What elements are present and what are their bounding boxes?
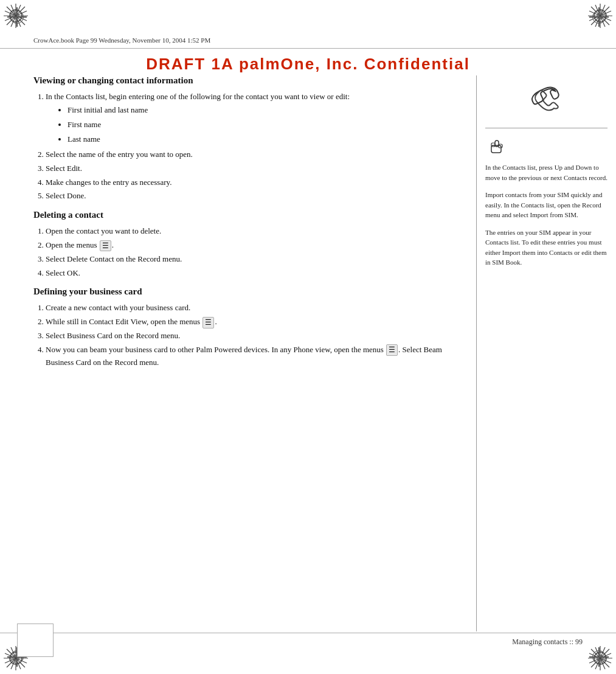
- sidebar-tip1: In the Contacts list, press Up and Down …: [485, 162, 607, 182]
- menu-icon: ☰: [202, 317, 214, 328]
- sidebar: In the Contacts list, press Up and Down …: [476, 75, 616, 631]
- list-item: Last name: [67, 133, 447, 146]
- reg-mark-top-left: [7, 7, 27, 27]
- list-item: First name: [67, 118, 447, 131]
- section-viewing: Viewing or changing contact information …: [33, 75, 447, 203]
- list-item: While still in Contact Edit View, open t…: [46, 316, 447, 328]
- footer: Managing contacts :: 99: [0, 633, 616, 651]
- phone-icon: [528, 83, 565, 119]
- list-item: Open the menus ☰.: [46, 239, 447, 252]
- list-item: Create a new contact with your business …: [46, 302, 447, 314]
- defining-list: Create a new contact with your business …: [46, 302, 447, 369]
- main-content: Viewing or changing contact information …: [33, 75, 447, 631]
- sidebar-tip3: The entries on your SIM appear in your C…: [485, 228, 607, 268]
- list-item: First initial and last name: [67, 103, 447, 117]
- footer-text: Managing contacts :: 99: [512, 638, 583, 647]
- list-item: Make changes to the entry as necessary.: [46, 176, 447, 189]
- list-item: Select Business Card on the Record menu.: [46, 330, 447, 342]
- header-left-text: CrowAce.book Page 99 Wednesday, November…: [33, 36, 210, 44]
- draft-title: DRAFT 1A palmOne, Inc. Confidential: [0, 50, 616, 76]
- sidebar-tip2: Import contacts from your SIM quickly an…: [485, 190, 607, 220]
- white-box: [17, 624, 54, 657]
- deleting-list: Open the contact you want to delete. Ope…: [46, 225, 447, 279]
- list-item: In the Contacts list, begin entering one…: [46, 91, 447, 146]
- bullet-list: First initial and last name First name L…: [67, 103, 447, 146]
- header-bar: CrowAce.book Page 99 Wednesday, November…: [0, 32, 616, 49]
- section-heading-defining: Defining your business card: [33, 287, 447, 297]
- menu-icon: ☰: [100, 240, 111, 252]
- sidebar-finger-icon-container: [485, 134, 607, 159]
- list-item: Now you can beam your business card to o…: [46, 344, 447, 369]
- list-item: Open the contact you want to delete.: [46, 225, 447, 238]
- list-item: Select Done.: [46, 190, 447, 203]
- section-deleting: Deleting a contact Open the contact you …: [33, 210, 447, 279]
- list-item-text: In the Contacts list, begin entering one…: [46, 92, 350, 101]
- list-item: Select OK.: [46, 267, 447, 280]
- list-item: Select the name of the entry you want to…: [46, 148, 447, 161]
- reg-mark-top-right: [589, 7, 609, 27]
- svg-rect-42: [491, 143, 495, 147]
- sidebar-phone-icon-container: [485, 83, 607, 122]
- menu-icon: ☰: [386, 344, 398, 356]
- list-item: Select Edit.: [46, 162, 447, 175]
- viewing-list: In the Contacts list, begin entering one…: [46, 91, 447, 203]
- list-item: Select Delete Contact on the Record menu…: [46, 253, 447, 266]
- finger-icon: [485, 134, 507, 156]
- sidebar-divider-1: [485, 128, 607, 128]
- section-heading-deleting: Deleting a contact: [33, 210, 447, 220]
- section-heading-viewing: Viewing or changing contact information: [33, 75, 447, 86]
- section-defining: Defining your business card Create a new…: [33, 287, 447, 369]
